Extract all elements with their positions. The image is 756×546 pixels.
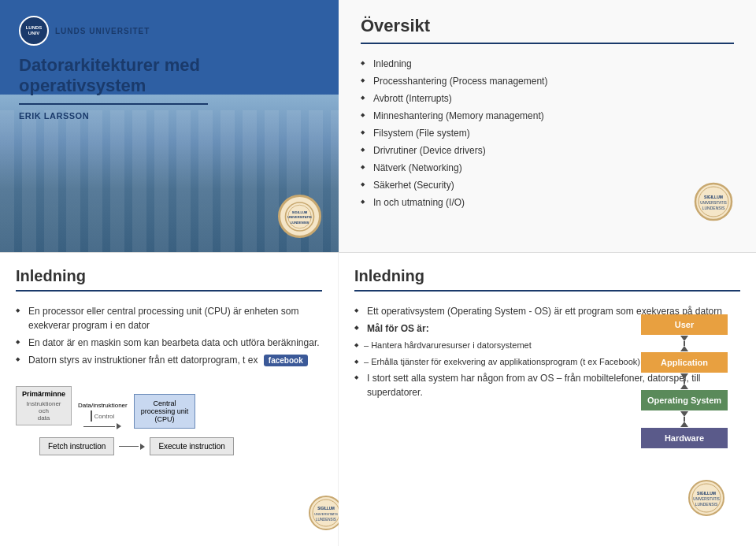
svg-text:LUNDENSIS: LUNDENSIS: [291, 221, 309, 225]
cpu-diagram: Primärminne Instruktionerochdata Data/in…: [16, 380, 322, 455]
fetch-execute-arrow: [119, 444, 145, 450]
data-instruktioner-label: Data/instruktioner: [78, 402, 128, 409]
slide-author: ERIK LARSSON: [19, 111, 320, 121]
inledning1-divider: [16, 290, 322, 292]
svg-text:SIGILLUM: SIGILLUM: [704, 195, 723, 199]
arrow-os-hw: [680, 411, 688, 427]
lund-seal-bottom-right: SIGILLUM UNIVERSITATIS LUNDENSIS: [278, 195, 321, 238]
oversikt-item-7: Nätverk (Networking): [361, 159, 734, 176]
inledning1-bullet-list: En processor eller central processing un…: [16, 303, 322, 369]
oversikt-title: Översikt: [361, 16, 734, 36]
oversikt-item-1: Inledning: [361, 55, 734, 72]
inledning1-item-1: En processor eller central processing un…: [16, 303, 322, 334]
svg-text:UNIVERSITATIS: UNIVERSITATIS: [693, 497, 719, 501]
facebook-badge: facebook: [264, 355, 308, 366]
svg-text:LUNDENSIS: LUNDENSIS: [316, 518, 336, 522]
svg-text:UNIVERSITATIS: UNIVERSITATIS: [287, 215, 312, 219]
oversikt-bullet-list: Inledning Processhantering (Process mana…: [361, 55, 734, 211]
slide-panel: LUNDSUNIV LUNDS UNIVERSITET Datorarkitek…: [0, 0, 339, 252]
os-layer-hardware: Hardware: [641, 428, 728, 448]
lund-logo-header: LUNDSUNIV LUNDS UNIVERSITET: [19, 16, 320, 46]
inledning1-item-2: En dator är en maskin som kan bearbeta d…: [16, 334, 322, 351]
lund-logo-label: LUNDS UNIVERSITET: [55, 27, 150, 35]
oversikt-item-9: In och utmatning (I/O): [361, 194, 734, 211]
oversikt-item-3: Avbrott (Interrupts): [361, 90, 734, 107]
fetch-instruction-box: Fetch instruction: [39, 437, 114, 455]
oversikt-item-4: Minneshantering (Memory management): [361, 107, 734, 124]
arrow-app-os: [680, 373, 688, 389]
svg-text:SIGILLUM: SIGILLUM: [317, 507, 335, 511]
inledning1-title: Inledning: [16, 267, 322, 285]
lund-seal-circle: SIGILLUM UNIVERSITATIS LUNDENSIS: [278, 195, 321, 238]
inledning2-divider: [354, 290, 740, 292]
os-layer-os: Operating System: [641, 390, 728, 410]
svg-text:SIGILLUM: SIGILLUM: [697, 491, 716, 496]
oversikt-item-8: Säkerhet (Security): [361, 176, 734, 194]
fetch-execute-row: Fetch instruction Execute instruction: [39, 437, 234, 455]
oversikt-divider: [361, 43, 734, 44]
svg-text:UNIVERSITATIS: UNIVERSITATIS: [314, 512, 338, 516]
slide-title-divider: [19, 103, 208, 105]
inledning2-title: Inledning: [354, 267, 740, 285]
primminne-box: Primärminne Instruktionerochdata: [16, 386, 72, 425]
oversikt-item-2: Processhantering (Process management): [361, 72, 734, 90]
arrow-user-app: [680, 336, 688, 351]
inledning1-panel: Inledning En processor eller central pro…: [0, 253, 339, 546]
inledning2-seal: SIGILLUM UNIVERSITATIS LUNDENSIS: [687, 478, 726, 521]
os-layer-user: User: [641, 314, 728, 335]
control-label: Control: [94, 413, 114, 420]
oversikt-panel: Översikt Inledning Processhantering (Pro…: [339, 0, 756, 252]
instruktioner-label: Instruktionerochdata: [22, 400, 65, 422]
os-layer-application: Application: [641, 352, 728, 373]
os-stack-diagram: User Application: [641, 314, 728, 448]
svg-text:LUNDENSIS: LUNDENSIS: [702, 206, 725, 210]
lund-logo-circle: LUNDSUNIV: [19, 16, 49, 46]
slide-title: Datorarkitekturer med operativsystem: [19, 55, 224, 97]
oversikt-seal: SIGILLUM UNIVERSITATIS LUNDENSIS: [693, 181, 734, 225]
svg-text:UNIVERSITATIS: UNIVERSITATIS: [700, 201, 726, 205]
oversikt-item-6: Drivrutiner (Device drivers): [361, 142, 734, 159]
cpu-box: Centralprocessing unit(CPU): [134, 394, 196, 429]
inledning2-panel: Inledning Ett operativsystem (Operating …: [339, 253, 756, 546]
inledning1-item-3: Datorn styrs av instruktioner från ett d…: [16, 351, 322, 369]
svg-text:LUNDENSIS: LUNDENSIS: [695, 502, 718, 507]
svg-text:SIGILLUM: SIGILLUM: [292, 210, 308, 214]
oversikt-item-5: Filsystem (File system): [361, 124, 734, 142]
execute-instruction-box: Execute instruction: [150, 437, 234, 455]
